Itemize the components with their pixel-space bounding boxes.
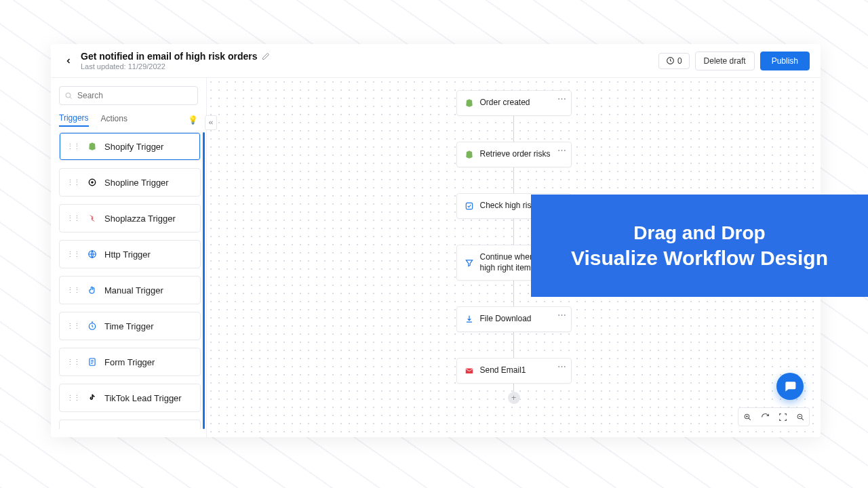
trigger-item[interactable]: ⋮⋮ Manual Trigger	[59, 276, 201, 304]
trigger-label: Shopline Trigger	[104, 178, 169, 188]
trigger-label: TikTok Lead Trigger	[104, 393, 182, 403]
email-icon	[464, 365, 475, 376]
node-menu-button[interactable]: ⋯	[557, 310, 567, 320]
node-label: Send Email1	[480, 365, 526, 376]
check-icon	[464, 201, 475, 211]
search-input[interactable]	[59, 86, 198, 105]
page-title: Get notified in email of high risk order…	[81, 51, 258, 62]
shippo-icon	[87, 428, 98, 429]
form-icon	[87, 357, 98, 367]
search-icon	[64, 92, 73, 100]
back-button[interactable]	[62, 54, 75, 68]
trigger-item[interactable]: ⋮⋮ Http Trigger	[59, 240, 201, 268]
time-icon	[87, 321, 98, 331]
scrollbar[interactable]	[203, 132, 205, 429]
overlay-line-1: Drag and Drop	[633, 222, 765, 244]
svg-rect-13	[466, 203, 472, 209]
trigger-item[interactable]: ⋮⋮ TikTok Lead Trigger	[59, 384, 201, 412]
refresh-button[interactable]	[756, 408, 774, 426]
fit-button[interactable]	[774, 408, 791, 426]
workflow-node[interactable]: File Download ⋯	[456, 306, 572, 332]
hint-button[interactable]: 💡	[188, 115, 198, 125]
zoom-out-icon	[796, 413, 805, 422]
svg-line-20	[801, 418, 803, 420]
sidebar-tabs: Triggers Actions 💡	[59, 113, 206, 127]
drag-handle-icon[interactable]: ⋮⋮	[66, 286, 80, 295]
shopify-icon	[87, 141, 98, 152]
node-label: Retrieve order risks	[480, 149, 551, 160]
chat-fab[interactable]	[776, 373, 804, 400]
trigger-label: Time Trigger	[104, 321, 153, 331]
trigger-label: Http Trigger	[104, 249, 151, 260]
trigger-item[interactable]: ⋮⋮ Shoplazza Trigger	[59, 204, 201, 232]
tab-triggers[interactable]: Triggers	[59, 113, 89, 127]
node-menu-button[interactable]: ⋯	[557, 94, 567, 104]
shopify-icon	[464, 149, 475, 160]
connector	[513, 116, 514, 142]
delete-draft-button[interactable]: Delete draft	[695, 52, 755, 70]
clock-icon	[666, 56, 675, 65]
chevron-left-icon	[64, 57, 73, 65]
drag-handle-icon[interactable]: ⋮⋮	[66, 178, 80, 187]
zoom-controls	[738, 407, 810, 426]
trigger-item[interactable]: ⋮⋮ Shopline Trigger	[59, 168, 201, 197]
drag-handle-icon[interactable]: ⋮⋮	[66, 214, 80, 223]
node-label: Order created	[480, 98, 530, 108]
tab-actions[interactable]: Actions	[101, 114, 127, 126]
drag-handle-icon[interactable]: ⋮⋮	[66, 322, 80, 331]
drag-handle-icon[interactable]: ⋮⋮	[66, 142, 80, 151]
run-count-pill[interactable]: 0	[658, 53, 690, 69]
zoom-in-icon	[743, 413, 752, 422]
trigger-label: Shippo Trigger	[104, 429, 162, 430]
collapse-sidebar-button[interactable]	[205, 115, 217, 130]
publish-button[interactable]: Publish	[760, 52, 810, 70]
connector	[513, 219, 514, 245]
manual-icon	[87, 285, 98, 296]
drag-handle-icon[interactable]: ⋮⋮	[66, 394, 80, 403]
trigger-item[interactable]: ⋮⋮ Form Trigger	[59, 348, 201, 376]
shopline-icon	[87, 177, 98, 188]
svg-line-2	[70, 97, 71, 98]
zoom-out-button[interactable]	[791, 408, 809, 426]
trigger-item[interactable]: ⋮⋮ Shippo Trigger	[59, 420, 201, 429]
trigger-label: Form Trigger	[104, 357, 155, 367]
add-node-button[interactable]: +	[508, 392, 520, 404]
node-label: File Download	[480, 314, 532, 325]
last-updated: Last updated: 11/29/2022	[81, 62, 270, 70]
trigger-label: Manual Trigger	[104, 285, 163, 296]
zoom-in-button[interactable]	[738, 408, 756, 426]
http-icon	[87, 249, 98, 260]
search-wrapper	[59, 86, 198, 105]
svg-line-16	[748, 418, 750, 420]
trigger-label: Shoplazza Trigger	[104, 214, 176, 224]
top-bar: Get notified in email of high risk order…	[51, 44, 821, 78]
tiktok-icon	[87, 392, 98, 403]
filter-icon	[464, 258, 475, 268]
chevron-left-double-icon	[208, 119, 214, 126]
drag-handle-icon[interactable]: ⋮⋮	[66, 250, 80, 259]
connector	[513, 332, 514, 358]
refresh-icon	[761, 413, 770, 422]
edit-title-button[interactable]	[262, 52, 270, 60]
download-icon	[464, 314, 475, 325]
trigger-list[interactable]: ⋮⋮ Shopify Trigger⋮⋮ Shopline Trigger⋮⋮ …	[59, 132, 206, 429]
connector	[513, 167, 514, 193]
trigger-label: Shopify Trigger	[104, 142, 163, 152]
shoplazza-icon	[87, 213, 98, 224]
trigger-item[interactable]: ⋮⋮ Shopify Trigger	[59, 132, 201, 161]
promo-overlay: Drag and Drop Visualize Workflow Design	[531, 195, 868, 297]
run-count: 0	[677, 56, 682, 66]
node-menu-button[interactable]: ⋯	[557, 361, 567, 371]
pencil-icon	[262, 52, 270, 60]
trigger-item[interactable]: ⋮⋮ Time Trigger	[59, 312, 201, 340]
workflow-node[interactable]: Retrieve order risks ⋯	[456, 142, 572, 167]
connector	[513, 281, 514, 306]
node-menu-button[interactable]: ⋯	[557, 145, 567, 155]
drag-handle-icon[interactable]: ⋮⋮	[66, 358, 80, 367]
workflow-node[interactable]: Order created ⋯	[456, 90, 572, 116]
svg-point-4	[91, 181, 94, 184]
sidebar: Triggers Actions 💡 ⋮⋮ Shopify Trigger⋮⋮ …	[51, 78, 207, 437]
fit-icon	[778, 413, 787, 422]
workflow-node[interactable]: Send Email1 ⋯	[456, 358, 572, 384]
node-label: Check high risk	[480, 201, 536, 211]
